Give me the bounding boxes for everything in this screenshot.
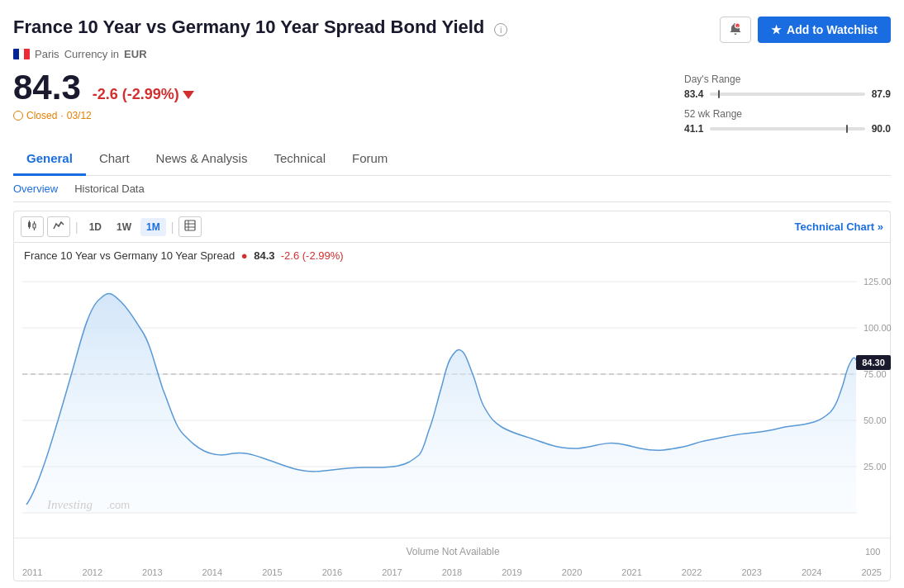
x-label-2023: 2023 (741, 567, 761, 577)
down-arrow-icon (183, 91, 194, 99)
star-icon: ★ (771, 23, 782, 36)
candlestick-icon (26, 220, 38, 231)
days-range-max: 87.9 (872, 88, 891, 100)
page-title: France 10 Year vs Germany 10 Year Spread… (13, 17, 484, 37)
tab-news-analysis[interactable]: News & Analysis (143, 143, 261, 176)
svg-text:125.00: 125.00 (864, 277, 892, 287)
area-chart-icon-btn[interactable] (47, 216, 70, 237)
france-flag (13, 49, 30, 59)
wk52-range-max: 90.0 (872, 123, 891, 135)
wk52-range-row: 52 wk Range 41.1 90.0 (684, 108, 891, 135)
x-label-2013: 2013 (142, 567, 162, 577)
area-chart-icon (53, 220, 64, 231)
volume-bar: Volume Not Available 100 (14, 538, 890, 566)
alert-button[interactable]: + (720, 17, 751, 43)
x-label-2021: 2021 (621, 567, 641, 577)
x-label-2019: 2019 (502, 567, 521, 577)
sub-tab-overview[interactable]: Overview (13, 183, 58, 202)
svg-text:50.00: 50.00 (864, 415, 887, 425)
days-range-row: Day's Range 83.4 87.9 (684, 74, 891, 100)
period-1w-btn[interactable]: 1W (111, 218, 137, 236)
x-label-2011: 2011 (22, 567, 42, 577)
chart-wrapper: France 10 Year vs Germany 10 Year Spread… (13, 242, 891, 581)
svg-rect-5 (33, 224, 36, 228)
table-view-icon-btn[interactable] (178, 216, 202, 237)
period-1m-btn[interactable]: 1M (140, 218, 166, 236)
clock-icon (13, 111, 23, 121)
svg-text:Investing: Investing (46, 498, 93, 511)
svg-text:100.00: 100.00 (864, 323, 892, 333)
svg-text:84.30: 84.30 (862, 358, 885, 368)
x-label-2020: 2020 (562, 567, 582, 577)
location: Paris (35, 48, 59, 60)
x-label-2017: 2017 (382, 567, 402, 577)
wk52-range-marker (846, 125, 848, 133)
period-1d-btn[interactable]: 1D (83, 218, 107, 236)
range-section: Day's Range 83.4 87.9 52 wk Range 41.1 9… (684, 70, 891, 135)
svg-text:25.00: 25.00 (864, 462, 887, 472)
wk52-range-label: 52 wk Range (684, 108, 891, 120)
tab-general[interactable]: General (13, 143, 86, 176)
separator-2: | (169, 220, 176, 234)
volume-svg: Volume Not Available 100 (14, 542, 892, 562)
x-label-2016: 2016 (322, 567, 342, 577)
svg-text:.com: .com (107, 499, 130, 511)
svg-text:75.00: 75.00 (864, 369, 887, 379)
add-to-watchlist-button[interactable]: ★ Add to Watchlist (758, 17, 891, 43)
candlestick-icon-btn[interactable] (21, 216, 44, 237)
info-icon[interactable]: i (494, 23, 507, 36)
x-axis: 2011 2012 2013 2014 2015 2016 2017 2018 … (14, 566, 890, 581)
chart-dot: ● (241, 249, 248, 262)
chart-series-label: France 10 Year vs Germany 10 Year Spread (24, 249, 235, 262)
tab-forum[interactable]: Forum (339, 143, 401, 176)
currency: EUR (124, 48, 146, 60)
x-label-2022: 2022 (682, 567, 702, 577)
price-change-text: -2.6 (-2.99%) (93, 86, 179, 103)
x-label-2014: 2014 (202, 567, 222, 577)
x-label-2015: 2015 (262, 567, 282, 577)
price-change: -2.6 (-2.99%) (93, 86, 194, 103)
chart-area: 125.00 100.00 75.00 50.00 25.00 (14, 265, 890, 538)
days-range-label: Day's Range (684, 74, 891, 85)
x-label-2018: 2018 (442, 567, 462, 577)
main-tabs: General Chart News & Analysis Technical … (13, 143, 891, 176)
currency-label: Currency in (64, 48, 119, 60)
chart-title-row: France 10 Year vs Germany 10 Year Spread… (14, 243, 890, 265)
watchlist-label: Add to Watchlist (787, 23, 878, 36)
closed-label: Closed (26, 110, 57, 121)
x-label-2025: 2025 (861, 567, 881, 577)
x-label-2012: 2012 (83, 567, 102, 577)
closed-date: 03/12 (67, 110, 92, 121)
bell-icon: + (729, 23, 742, 36)
svg-text:100: 100 (865, 547, 880, 557)
technical-chart-link[interactable]: Technical Chart » (795, 220, 883, 233)
sub-tab-historical-data[interactable]: Historical Data (74, 183, 145, 202)
svg-rect-2 (28, 222, 31, 227)
svg-text:Volume Not Available: Volume Not Available (406, 546, 500, 557)
tab-chart[interactable]: Chart (86, 143, 143, 176)
wk52-range-min: 41.1 (684, 123, 703, 135)
separator-1: | (74, 220, 80, 234)
x-label-2024: 2024 (802, 567, 821, 577)
svg-rect-8 (185, 220, 195, 230)
days-range-marker (718, 90, 720, 98)
days-range-min: 83.4 (684, 88, 703, 100)
table-icon (184, 220, 196, 231)
sub-tabs: Overview Historical Data (13, 176, 891, 202)
closed-separator: · (60, 110, 63, 121)
price-value: 84.3 (13, 70, 81, 105)
days-range-bar (710, 92, 864, 96)
tab-technical[interactable]: Technical (260, 143, 339, 176)
chart-svg: 125.00 100.00 75.00 50.00 25.00 (14, 265, 892, 538)
chart-change: -2.6 (-2.99%) (278, 249, 344, 262)
chart-controls: | 1D 1W 1M | Technical Chart » (13, 211, 891, 242)
wk52-range-bar (710, 127, 864, 130)
chart-current-value: 84.3 (254, 249, 274, 262)
